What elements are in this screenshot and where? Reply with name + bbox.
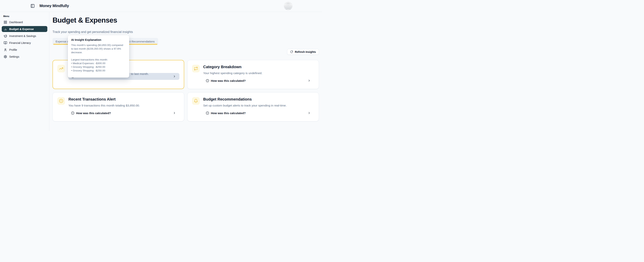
tooltip-bullet: • Grocery Shopping: -$250.00	[71, 69, 126, 72]
tooltip-bullet: • Medical Expenses: -$300.00	[71, 61, 126, 65]
user-icon	[4, 48, 7, 51]
card-message: Your highest spending category is undefi…	[203, 71, 314, 75]
how-calculated-button[interactable]: How was this calculated?	[203, 110, 314, 116]
user-avatar[interactable]	[284, 2, 292, 10]
sidebar-item-profile[interactable]: Profile	[2, 47, 47, 53]
piggy-bank-icon	[4, 34, 7, 38]
card-title: Recent Transactions Alert	[68, 97, 180, 101]
card-recent-transactions-alert: Recent Transactions Alert You have 9 tra…	[52, 92, 184, 121]
card-title: Budget Recommendations	[203, 97, 314, 101]
card-budget-recommendations: Budget Recommendations Set up custom bud…	[187, 92, 319, 121]
page-subtitle: Track your spending and get personalized…	[52, 30, 133, 34]
app-header: Money Mindfully	[0, 0, 322, 12]
card-message: You have 9 transactions this month total…	[68, 104, 180, 107]
book-open-icon	[4, 41, 7, 45]
bell-icon	[192, 97, 200, 105]
how-calculated-button[interactable]: How was this calculated?	[203, 77, 314, 84]
sidebar-item-label: Budget & Expense	[9, 27, 34, 31]
sidebar-item-label: Settings	[9, 55, 19, 58]
how-calculated-label: How was this calculated?	[211, 79, 246, 82]
gear-icon	[4, 55, 7, 58]
tooltip-paragraph: This month's spending ($3,850.00) compar…	[71, 43, 126, 54]
sidebar-item-budget-expense[interactable]: Budget & Expense	[2, 26, 47, 32]
repeat-icon	[192, 65, 200, 72]
info-icon	[71, 111, 74, 115]
how-calculated-label: How was this calculated?	[211, 111, 246, 115]
card-title: Category Breakdown	[203, 65, 314, 69]
sidebar-item-investment-savings[interactable]: Investment & Savings	[2, 33, 47, 39]
layout-grid-icon	[4, 20, 7, 24]
chevron-right-icon	[173, 75, 176, 78]
app-title: Money Mindfully	[40, 4, 69, 8]
tooltip-title: AI Insight Explanation	[71, 38, 126, 41]
sidebar-item-settings[interactable]: Settings	[2, 54, 47, 59]
page-title: Budget & Expenses	[52, 16, 117, 24]
sidebar-toggle-button[interactable]	[30, 4, 35, 8]
sidebar-section-label: Menu	[3, 15, 47, 18]
refresh-icon	[290, 50, 293, 53]
refresh-label: Refresh Insights	[295, 50, 316, 53]
panel-left-icon	[30, 4, 35, 8]
trending-up-icon	[57, 65, 65, 72]
sidebar-item-label: Financial Literacy	[9, 41, 31, 44]
how-calculated-label: How was this calculated?	[76, 111, 111, 115]
sidebar: Menu Dashboard Budget & Expense	[0, 12, 49, 131]
card-message: Set up custom budget alerts to track you…	[203, 104, 314, 107]
card-message-visible-fragment: to last month.	[131, 72, 149, 76]
sidebar-item-financial-literacy[interactable]: Financial Literacy	[2, 40, 47, 46]
info-icon	[206, 79, 209, 82]
alert-circle-icon	[57, 97, 65, 105]
ai-insight-tooltip: AI Insight Explanation This month's spen…	[68, 35, 129, 78]
sidebar-item-label: Dashboard	[9, 21, 23, 24]
tooltip-bullet: • Grocery Shopping: -$250.00	[71, 65, 126, 69]
chevron-right-icon	[308, 111, 311, 115]
sidebar-nav: Dashboard Budget & Expense Investment & …	[2, 19, 47, 59]
sidebar-item-dashboard[interactable]: Dashboard	[2, 19, 47, 25]
sidebar-item-label: Profile	[9, 48, 17, 51]
refresh-insights-button[interactable]: Refresh Insights	[287, 49, 319, 55]
sidebar-item-label: Investment & Savings	[9, 34, 36, 37]
info-icon	[206, 111, 209, 115]
card-category-breakdown: Category Breakdown Your highest spending…	[187, 60, 319, 89]
how-calculated-button[interactable]: How was this calculated?	[68, 110, 180, 116]
tooltip-list-heading: Largest transactions this month:	[71, 58, 126, 61]
chevron-right-icon	[308, 79, 311, 82]
chevron-right-icon	[173, 111, 176, 115]
bar-chart-icon	[4, 27, 7, 31]
